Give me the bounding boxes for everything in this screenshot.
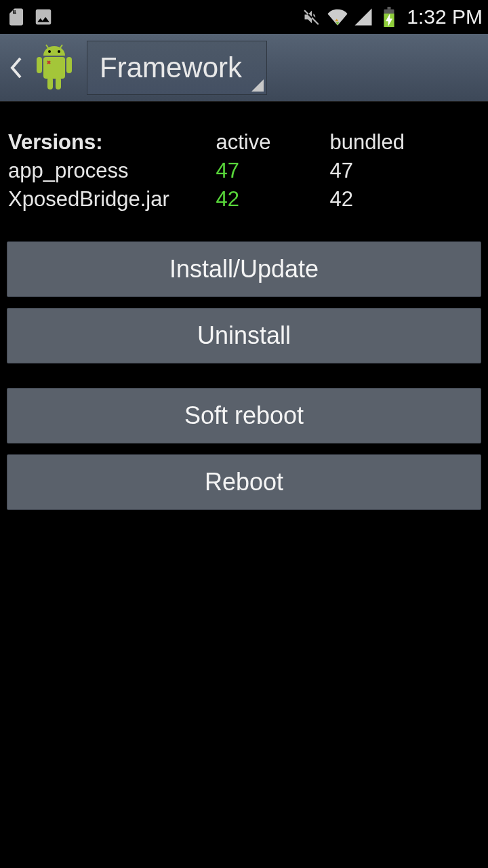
section-spinner[interactable]: Framework [87, 41, 267, 95]
table-row: XposedBridge.jar 42 42 [8, 186, 480, 213]
status-bar: 1:32 PM [0, 0, 488, 34]
signal-icon [352, 6, 374, 28]
row-active: 42 [216, 186, 328, 213]
svg-point-5 [48, 50, 51, 53]
install-update-button[interactable]: Install/Update [7, 241, 481, 297]
spinner-label: Framework [100, 52, 242, 84]
android-robot-icon[interactable] [33, 43, 76, 92]
content-area: Versions: active bundled app_process 47 … [0, 102, 488, 510]
mute-icon [301, 6, 323, 28]
sdcard-icon [5, 6, 27, 28]
wifi-icon [327, 6, 348, 28]
reboot-button[interactable]: Reboot [7, 454, 481, 510]
picture-icon [33, 6, 54, 28]
versions-table: Versions: active bundled app_process 47 … [7, 127, 481, 214]
spinner-indicator-icon [251, 79, 264, 92]
soft-reboot-button[interactable]: Soft reboot [7, 388, 481, 443]
status-clock: 1:32 PM [407, 5, 483, 28]
uninstall-button[interactable]: Uninstall [7, 308, 481, 363]
row-bundled: 47 [330, 157, 480, 184]
row-active: 47 [216, 157, 328, 184]
button-label: Uninstall [197, 321, 291, 350]
button-label: Soft reboot [184, 401, 304, 430]
action-bar: Framework [0, 34, 488, 102]
svg-rect-9 [66, 57, 72, 73]
col-active-header: active [216, 129, 328, 156]
row-label: XposedBridge.jar [8, 186, 214, 213]
svg-rect-7 [43, 57, 65, 79]
svg-rect-8 [37, 57, 42, 73]
back-icon[interactable] [8, 54, 24, 81]
versions-heading: Versions: [8, 129, 214, 156]
table-header-row: Versions: active bundled [8, 129, 480, 156]
svg-rect-2 [388, 7, 391, 9]
table-row: app_process 47 47 [8, 157, 480, 184]
row-bundled: 42 [330, 186, 480, 213]
button-label: Install/Update [169, 255, 319, 283]
svg-rect-11 [56, 77, 61, 90]
svg-rect-10 [47, 77, 53, 90]
col-bundled-header: bundled [330, 129, 480, 156]
svg-point-6 [58, 50, 60, 53]
button-label: Reboot [205, 468, 283, 496]
row-label: app_process [8, 157, 214, 184]
battery-charging-icon [378, 6, 400, 28]
